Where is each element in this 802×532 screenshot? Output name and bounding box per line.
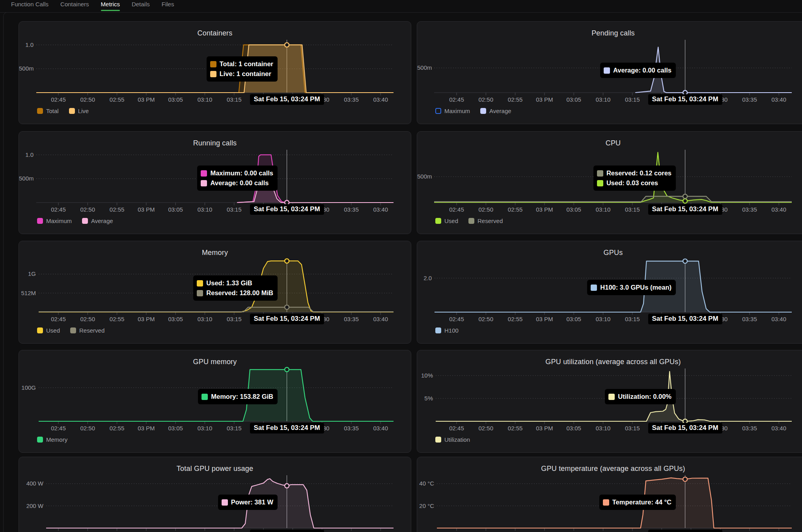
series-swatch-icon [603,499,609,506]
hover-values-tooltip: Total: 1 containerLive: 1 container [207,56,278,82]
series-swatch-icon [604,67,610,74]
legend-swatch-icon [480,108,486,114]
legend-swatch-icon [69,108,75,114]
legend-swatch-icon [435,108,441,114]
legend-swatch-icon [435,218,441,224]
legend-swatch-icon [435,327,441,333]
chart-legend: Memory [37,436,67,443]
tab-function-calls[interactable]: Function Calls [11,0,48,11]
legend-item-maximum[interactable]: Maximum [435,108,470,114]
chart-legend: H100 [435,327,459,334]
chart-card-pending-calls: 500m02:4502:5002:5503 PM03:0503:1003:150… [417,21,802,124]
legend-item-total[interactable]: Total [37,108,59,114]
tooltip-text: Reserved: 0.12 cores [606,169,671,177]
legend-label: Total [46,108,59,114]
legend-item-used[interactable]: Used [37,327,60,334]
series-swatch-icon [201,180,207,186]
legend-item-used[interactable]: Used [435,218,458,224]
tooltip-row: Average: 0.00 calls [604,65,671,75]
tooltip-text: Temperature: 44 °C [612,499,671,506]
chart-title: Total GPU power usage [19,465,411,473]
legend-swatch-icon [37,108,43,114]
legend-item-live[interactable]: Live [69,108,89,114]
tooltip-text: H100: 3.0 GPUs (mean) [600,284,671,291]
tooltip-text: Reserved: 128.00 MiB [206,289,273,297]
hover-values-tooltip: Temperature: 44 °C [599,495,676,510]
tab-metrics[interactable]: Metrics [101,0,120,11]
tab-label: Function Calls [11,1,48,7]
chart-legend: UsedReserved [37,327,104,334]
legend-swatch-icon [37,218,43,224]
legend-item-utilization[interactable]: Utilization [435,436,470,443]
tab-label: Details [132,1,150,7]
hover-date-tooltip: Sat Feb 15, 03:24 PM [250,530,324,532]
legend-item-reserved[interactable]: Reserved [468,218,503,224]
series-line-reserved [434,196,792,202]
tooltip-text: Utilization: 0.00% [618,393,671,400]
chart-title: GPU memory [19,358,411,366]
series-swatch-icon [210,71,216,77]
hover-marker-h100 [683,259,687,263]
legend-label: Maximum [444,108,470,114]
legend-item-reserved[interactable]: Reserved [70,327,104,334]
tab-label: Files [162,1,174,7]
series-line-reserved [39,307,394,312]
hover-marker-power [285,484,289,488]
tab-label: Metrics [101,1,120,7]
hover-values-tooltip: Maximum: 0.00 callsAverage: 0.00 calls [197,166,278,191]
series-swatch-icon [222,499,228,506]
legend-label: H100 [444,327,459,334]
chart-card-containers: 1.0500m02:4502:5002:5503 PM03:0503:1003:… [19,21,411,124]
tooltip-text: Live: 1 container [220,70,271,78]
chart-title: Containers [19,29,411,37]
series-swatch-icon [591,285,597,291]
tooltip-row: Used: 1.33 GiB [197,278,273,288]
legend-swatch-icon [37,437,43,443]
chart-title: CPU [417,139,802,147]
legend-label: Average [489,108,511,114]
tooltip-text: Used: 0.03 cores [606,179,658,187]
tooltip-text: Power: 381 W [231,499,273,506]
chart-legend: UsedReserved [435,218,503,224]
series-swatch-icon [201,394,208,400]
series-swatch-icon [597,180,603,186]
hover-values-tooltip: H100: 3.0 GPUs (mean) [587,280,676,295]
tooltip-row: Reserved: 128.00 MiB [197,288,273,298]
chart-card-memory: 1G512M02:4502:5002:5503 PM03:0503:1003:1… [19,241,411,344]
tooltip-row: Live: 1 container [210,69,273,79]
hover-date-tooltip: Sat Feb 15, 03:24 PM [250,94,324,105]
tooltip-text: Maximum: 0.00 calls [210,169,273,177]
series-swatch-icon [197,280,203,286]
chart-legend: TotalLive [37,108,89,114]
tab-containers[interactable]: Containers [60,0,89,11]
tab-files[interactable]: Files [162,0,174,11]
legend-label: Live [78,108,89,114]
legend-swatch-icon [37,327,43,333]
legend-label: Reserved [79,327,104,334]
legend-item-memory[interactable]: Memory [37,436,67,443]
legend-label: Maximum [46,218,72,224]
legend-item-average[interactable]: Average [82,218,113,224]
legend-item-average[interactable]: Average [480,108,511,114]
legend-item-maximum[interactable]: Maximum [37,218,72,224]
hover-date-tooltip: Sat Feb 15, 03:24 PM [250,204,324,215]
tab-details[interactable]: Details [132,0,150,11]
tooltip-row: Utilization: 0.00% [608,392,671,402]
legend-label: Used [444,218,458,224]
series-swatch-icon [210,61,216,67]
tooltip-text: Used: 1.33 GiB [206,279,252,287]
series-swatch-icon [597,170,603,177]
tooltip-row: Memory: 153.82 GiB [201,392,273,402]
legend-item-h100[interactable]: H100 [435,327,459,334]
tooltip-row: Temperature: 44 °C [603,497,671,507]
chart-card-gpus: 2.002:4502:5002:5503 PM03:0503:1003:1503… [417,241,802,344]
hover-marker-memory [285,367,289,372]
chart-legend: Utilization [435,436,470,443]
tooltip-row: Average: 0.00 calls [201,178,273,188]
tooltip-text: Total: 1 container [220,60,273,68]
legend-swatch-icon [435,437,441,443]
tooltip-row: H100: 3.0 GPUs (mean) [591,283,671,292]
chart-title: Running calls [19,139,411,147]
chart-legend: MaximumAverage [37,218,113,224]
series-swatch-icon [197,290,203,296]
